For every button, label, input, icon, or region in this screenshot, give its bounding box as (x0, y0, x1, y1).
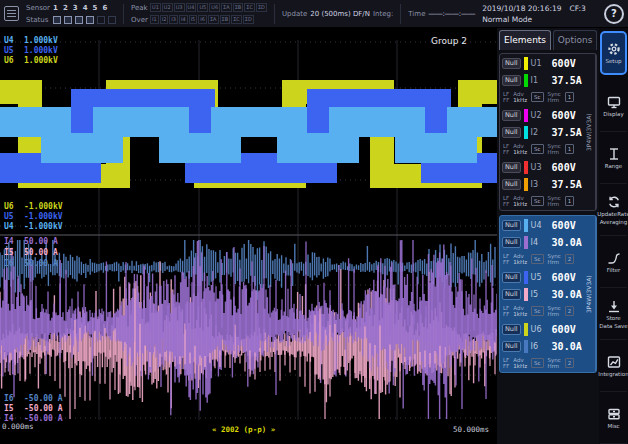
scaling-box: Sc (531, 92, 544, 102)
element-6: Null U6 600V Null I6 30.0A LFFF Adv1kHz (500, 320, 585, 372)
null-badge: Null (502, 127, 521, 138)
store-data-save-button[interactable]: Store Data Save (600, 288, 627, 340)
scale-label-u6-min: U6-1.000kV (4, 202, 63, 211)
time-label: Time (408, 10, 425, 18)
range-value: 600V (552, 272, 576, 283)
status-indicator (97, 16, 105, 24)
elements-sidebar: Elements Options Null U1 600V Null I1 (497, 28, 599, 444)
time-axis-start: 0.000ms (2, 422, 34, 431)
update-block: Update 20 (500ms) DF/N Integ: (282, 9, 393, 19)
channel-label: I3 (531, 180, 544, 189)
element-settings-row[interactable]: LFFF Adv1kHz Sc SyncHrm 2 (502, 303, 583, 320)
scale-label-u5-min: U5-1.000kV (4, 212, 63, 221)
channel-row-i6[interactable]: Null I6 30.0A (502, 338, 583, 355)
update-label: Update (282, 10, 307, 18)
channel-row-u6[interactable]: Null U6 600V (502, 321, 583, 338)
time-block: Time ――:――:―― (408, 9, 475, 19)
scale-label-u4-min: U4-1.000kV (4, 222, 63, 231)
channel-color-swatch (524, 236, 528, 249)
update-rate-averaging-button[interactable]: UpdateRate Averaging (600, 184, 627, 236)
scale-label-i5-max: I550.00 A (4, 248, 58, 257)
element-settings-row[interactable]: LFFF Adv1kHz Sc SyncHrm 1 (502, 193, 583, 210)
divider (123, 4, 124, 24)
range-value: 600V (552, 324, 576, 335)
null-badge: Null (502, 237, 521, 248)
element-settings-row[interactable]: LFFF Adv1kHz Sc SyncHrm 1 (502, 89, 583, 106)
null-badge: Null (502, 179, 521, 190)
null-badge: Null (502, 58, 521, 69)
scale-label-i5-min: I5-50.00 A (4, 404, 63, 413)
status-label: Status (26, 16, 50, 24)
scale-label-i6-max: I650.00 A (4, 259, 58, 268)
range-icon (607, 147, 621, 161)
range-value: 600V (552, 110, 576, 121)
null-badge: Null (502, 341, 521, 352)
scaling-box: Sc (531, 358, 544, 368)
scale-label-u5-max: U51.000kV (4, 46, 58, 55)
datetime-block: 2019/10/18 20:16:19 CF:3 Normal Mode (482, 4, 586, 24)
element-settings-row[interactable]: LFFF Adv1kHz Sc SyncHrm 1 (502, 141, 583, 158)
element-3: Null U3 600V Null I3 37.5A LFFF Adv1kHz (500, 158, 585, 210)
channel-row-i4[interactable]: Null I4 30.0A (502, 234, 583, 251)
channel-row-u4[interactable]: Null U4 600V (502, 217, 583, 234)
range-value: 30.0A (552, 237, 582, 248)
scale-label-i6-min: I6-50.00 A (4, 394, 63, 403)
channel-row-u1[interactable]: Null U1 600V (502, 55, 583, 72)
channel-row-u2[interactable]: Null U2 600V (502, 107, 583, 124)
time-axis-annotation: « 2002 (p-p) » (212, 425, 275, 434)
filter-curve-icon (607, 251, 621, 265)
scale-label-u6-max: U61.000kV (4, 56, 58, 65)
element-settings-row[interactable]: LFFF Adv1kHz Sc SyncHrm 2 (502, 251, 583, 268)
channel-row-u3[interactable]: Null U3 600V (502, 159, 583, 176)
peak-over-block: Peak U1U2U3U4U5U6ΣAΣBΣCΣD Over I1I2I3I4I… (131, 3, 267, 25)
channel-color-swatch (524, 109, 528, 122)
divider (274, 4, 275, 24)
drawers-icon (607, 407, 621, 421)
channel-color-swatch (524, 178, 528, 191)
tab-elements[interactable]: Elements (499, 30, 551, 50)
channel-color-swatch (524, 340, 528, 353)
mode-label: Normal Mode (482, 15, 586, 24)
datetime-value: 2019/10/18 20:16:19 (482, 4, 561, 13)
range-button[interactable]: Range (600, 132, 627, 184)
cf-status: CF:3 (569, 4, 585, 13)
null-badge: Null (502, 324, 521, 335)
channel-row-i1[interactable]: Null I1 37.5A (502, 72, 583, 89)
range-value: 37.5A (552, 75, 582, 86)
sync-source-box: 2 (565, 254, 575, 264)
element-4: Null U4 600V Null I4 30.0A LFFF Adv1kHz (500, 216, 585, 268)
waveform-display[interactable]: Group 2 U41.000kV U51.000kV U61.000kV U6… (0, 28, 497, 444)
group-label: Group 2 (431, 36, 467, 46)
wiring-group-b-selected: Null U4 600V Null I4 30.0A LFFF Adv1kHz (499, 215, 597, 373)
element-settings-row[interactable]: LFFF Adv1kHz Sc SyncHrm 2 (502, 355, 583, 372)
range-value: 600V (552, 58, 576, 69)
null-badge: Null (502, 110, 521, 121)
system-menu-icon[interactable] (4, 6, 19, 21)
channel-label: U3 (531, 163, 544, 172)
misc-button[interactable]: Misc (600, 392, 627, 444)
sensor-label: Sensor (26, 4, 50, 12)
tab-options[interactable]: Options (553, 30, 597, 50)
setup-button[interactable]: Setup (600, 31, 627, 75)
channel-label: I4 (531, 238, 544, 247)
over-indicators: I1I2I3I4I5I6ΣAΣBΣCΣD (150, 15, 254, 24)
display-button[interactable]: Display (600, 80, 627, 132)
peak-indicators: U1U2U3U4U5U6ΣAΣBΣCΣD (150, 3, 267, 12)
range-value: 37.5A (552, 127, 582, 138)
channel-label: I1 (531, 76, 544, 85)
channel-row-u5[interactable]: Null U5 600V (502, 269, 583, 286)
filter-button[interactable]: Filter (600, 236, 627, 288)
help-icon[interactable]: ? (604, 4, 624, 24)
element-1: Null U1 600V Null I1 37.5A LFFF Adv1kHz (500, 54, 585, 106)
sensor-status-block: Sensor 123456 Status (26, 3, 116, 25)
channel-row-i5[interactable]: Null I5 30.0A (502, 286, 583, 303)
divider (400, 4, 401, 24)
channel-row-i3[interactable]: Null I3 37.5A (502, 176, 583, 193)
scaling-box: Sc (531, 254, 544, 264)
channel-label: U4 (531, 221, 544, 230)
channel-row-i2[interactable]: Null I2 37.5A (502, 124, 583, 141)
time-value: ――:――:―― (428, 10, 475, 18)
integration-button[interactable]: Integration (600, 340, 627, 392)
over-label: Over (131, 16, 147, 24)
channel-color-swatch (524, 271, 528, 284)
